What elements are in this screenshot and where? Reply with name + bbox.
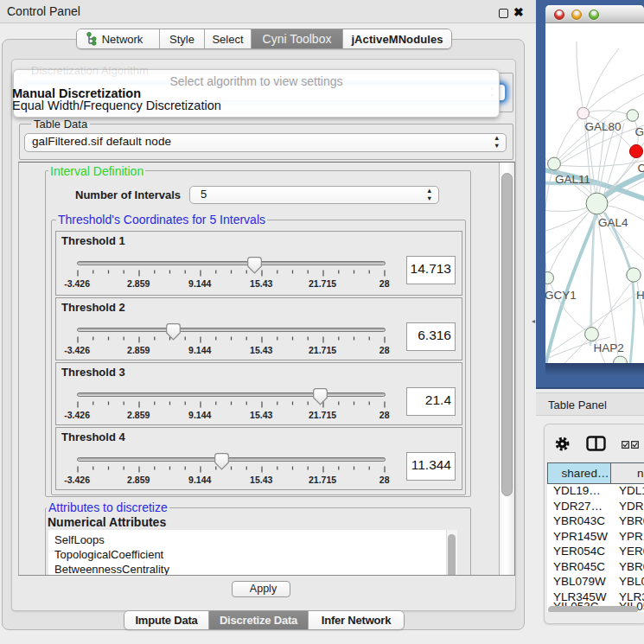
svg-text:H: H [636,289,644,302]
svg-text:HAP2: HAP2 [594,341,624,354]
svg-text:GAL: GAL [635,125,644,138]
svg-text:GAL11: GAL11 [555,173,590,186]
svg-text:C: C [638,162,644,175]
svg-text:GAL80: GAL80 [585,120,622,133]
svg-text:GCY1: GCY1 [545,289,577,302]
svg-text:GAL4: GAL4 [598,216,628,229]
